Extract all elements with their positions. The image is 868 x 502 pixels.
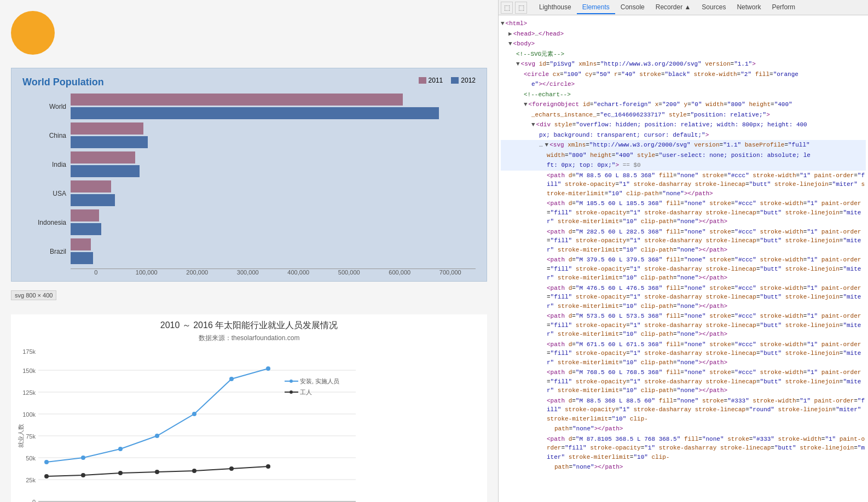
dom-line-path-2[interactable]: <path d="M 185.5 60 L 185.5 368" fill="n… — [501, 199, 866, 227]
legend-2012: 2012 — [451, 77, 476, 84]
line-chart-wrapper: 0 25k 50k 75k 100k 125k 150k 175k 就业人数 — [16, 348, 482, 502]
dom-line-path-3[interactable]: <path d="M 282.5 60 L 282.5 368" fill="n… — [501, 227, 866, 255]
x-tick-200k: 200,000 — [172, 269, 223, 276]
dom-line-head[interactable]: ▶<head>…</head> — [501, 29, 866, 39]
orange-circle-decoration — [11, 11, 55, 55]
svg-point-25 — [290, 390, 293, 394]
legend-box-2012 — [451, 77, 459, 84]
tab-lighthouse[interactable]: Lighthouse — [534, 1, 577, 14]
tab-elements[interactable]: Elements — [577, 1, 615, 14]
bar-label-indonesia: Indonesia — [22, 219, 66, 226]
svg-text:75k: 75k — [26, 433, 36, 440]
svg-text:25k: 25k — [26, 477, 36, 483]
left-panel: World Population 2011 2012 World — [0, 0, 498, 502]
dom-line-comment-echart: <!--echart--> — [501, 90, 866, 100]
dom-line-path-4[interactable]: <path d="M 379.5 60 L 379.5 368" fill="n… — [501, 255, 866, 283]
bar-brazil-2012 — [71, 252, 93, 264]
dom-line-path-10[interactable]: <path d="M 87.8105 368.5 L 768 368.5" fi… — [501, 434, 866, 463]
svg-point-22 — [290, 380, 293, 383]
bar-row-brazil: Brazil — [22, 238, 476, 264]
dom-line-path-1[interactable]: <path d="M 88.5 60 L 88.5 368" fill="non… — [501, 171, 866, 199]
x-tick-400k: 400,000 — [273, 269, 324, 276]
series1-point-4 — [192, 412, 196, 416]
dom-line-svg[interactable]: ▼<svg id="piSvg" xmlns="http://www.w3.or… — [501, 59, 866, 69]
devtools-left-icons: ⬚ ⬚ — [501, 2, 529, 14]
x-tick-100k: 100,000 — [121, 269, 172, 276]
dom-line-path-10-2: path="none"></path> — [501, 462, 866, 472]
dom-line-circle-2: e"></circle> — [501, 79, 866, 90]
tab-network[interactable]: Network — [731, 1, 766, 14]
bars-usa — [71, 180, 476, 206]
dom-line-path-6[interactable]: <path d="M 573.5 60 L 573.5 368" fill="n… — [501, 311, 866, 340]
tab-perform[interactable]: Perform — [766, 1, 801, 14]
svg-text:100k: 100k — [22, 411, 36, 418]
series1-point-0 — [44, 460, 49, 464]
dom-line-comment-svg: <!--SVG元素--> — [501, 49, 866, 60]
series1-point-2 — [118, 447, 123, 451]
bar-india-2012 — [71, 165, 140, 177]
bar-row-india: India — [22, 151, 476, 177]
dom-line-body[interactable]: ▼<body> — [501, 39, 866, 49]
dom-line-foreignobject[interactable]: ▼<foreignObject id="echart-foreign" x="2… — [501, 100, 866, 110]
dom-line-path-7[interactable]: <path d="M 671.5 60 L 671.5 368" fill="n… — [501, 340, 866, 368]
bar-chart-container: World Population 2011 2012 World — [11, 68, 487, 282]
dom-line-path-5[interactable]: <path d="M 476.5 60 L 476.5 368" fill="n… — [501, 283, 866, 312]
dom-line-path-9-2: path="none"></path> — [501, 424, 866, 434]
dom-line-inner-svg-2: width="800" height="400" style="user-sel… — [501, 150, 866, 161]
x-axis: 0 100,000 200,000 300,000 400,000 500,00… — [71, 268, 476, 276]
svg-text:0: 0 — [32, 499, 36, 502]
dom-line-path-9[interactable]: <path d="M 88.5 368 L 88.5 60" fill="non… — [501, 396, 866, 424]
bar-brazil-2011 — [71, 238, 91, 250]
x-tick-0: 0 — [71, 269, 121, 276]
line-chart-subtitle: 数据来源：thesolarfoundation.com — [16, 334, 482, 343]
bar-row-world: World — [22, 94, 476, 119]
bars-brazil — [71, 238, 476, 264]
bar-label-brazil: Brazil — [22, 248, 66, 255]
series1-point-5 — [229, 377, 234, 381]
bar-usa-2012 — [71, 194, 115, 206]
dom-line-inner-svg-3: ft: 0px; top: 0px;"> == $0 — [501, 160, 866, 171]
inspect-element-button[interactable]: ⬚ — [501, 2, 513, 14]
bar-row-usa: USA — [22, 180, 476, 206]
bar-indonesia-2011 — [71, 209, 99, 221]
bar-indonesia-2012 — [71, 223, 101, 235]
x-tick-300k: 300,000 — [223, 269, 274, 276]
dom-line-path-8[interactable]: <path d="M 768.5 60 L 768.5 368" fill="n… — [501, 367, 866, 396]
tab-sources[interactable]: Sources — [696, 1, 731, 14]
bar-china-2012 — [71, 136, 148, 148]
tab-console[interactable]: Console — [615, 1, 650, 14]
legend-2011: 2011 — [419, 77, 443, 84]
series1-point-3 — [155, 434, 159, 438]
dom-line-circle[interactable]: <circle cx="100" cy="50" r="40" stroke="… — [501, 69, 866, 80]
legend-label-2011: 2011 — [429, 77, 443, 84]
legend-label-2012: 2012 — [461, 77, 476, 84]
svg-size-label: svg 800 × 400 — [11, 290, 56, 300]
bar-world-2011 — [71, 94, 403, 106]
device-toggle-button[interactable]: ⬚ — [515, 2, 527, 14]
x-tick-500k: 500,000 — [324, 269, 375, 276]
series2-point-3 — [155, 470, 159, 474]
bar-label-china: China — [22, 132, 66, 139]
bar-india-2011 — [71, 151, 135, 164]
series2-point-5 — [229, 466, 234, 471]
line-chart-section: 2010 ～ 2016 年太阳能行业就业人员发展情况 数据来源：thesolar… — [11, 314, 487, 502]
bars-indonesia — [71, 209, 476, 235]
series1-point-1 — [81, 456, 85, 460]
bar-world-2012 — [71, 107, 439, 119]
dom-line-html[interactable]: ▼<html> — [501, 19, 866, 29]
bar-label-usa: USA — [22, 190, 66, 197]
line-chart-title: 2010 ～ 2016 年太阳能行业就业人员发展情况 — [16, 320, 482, 331]
bar-row-indonesia: Indonesia — [22, 209, 476, 235]
legend-box-2011 — [419, 77, 426, 84]
bar-china-2011 — [71, 122, 143, 135]
svg-text:150k: 150k — [22, 367, 36, 374]
chart-legend: 2011 2012 — [419, 77, 476, 84]
tab-recorder[interactable]: Recorder ▲ — [650, 1, 697, 14]
series1-line — [47, 369, 268, 462]
bars-india — [71, 151, 476, 177]
dom-tree[interactable]: ▼<html> ▶<head>…</head> ▼<body> <!--SVG元… — [499, 15, 868, 502]
svg-text:就业人数: 就业人数 — [18, 424, 24, 448]
bar-chart-area: World China India — [22, 94, 476, 264]
dom-line-div-overflow[interactable]: ▼<div style="overflow: hidden; position:… — [501, 120, 866, 130]
dom-line-inner-svg[interactable]: … ▼<svg xmlns="http://www.w3.org/2000/sv… — [501, 140, 866, 150]
